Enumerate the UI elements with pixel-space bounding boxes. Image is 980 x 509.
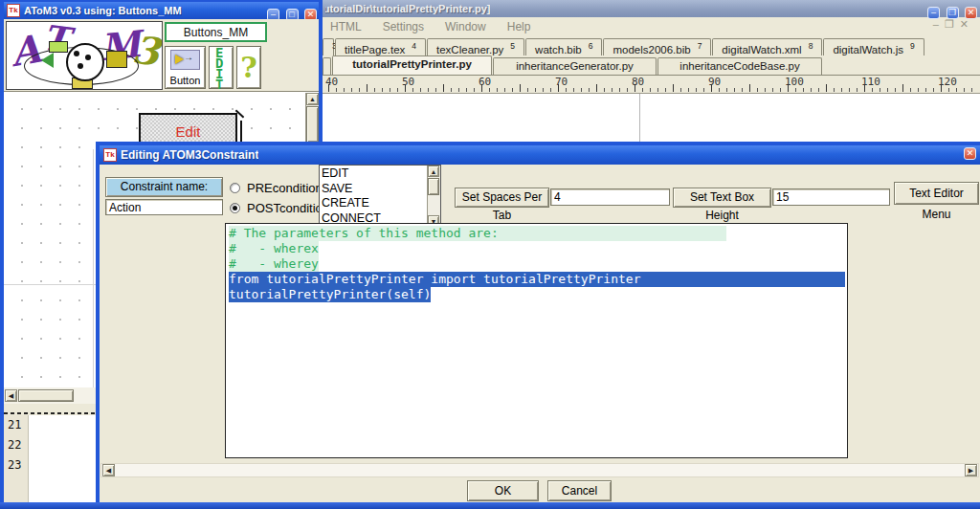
tab-watch-bib[interactable]: watch.bib6	[525, 38, 602, 55]
listbox-scrollbar[interactable]: ▲ ▼	[427, 166, 440, 227]
scrollbar-thumb[interactable]	[18, 389, 74, 402]
set-spaces-per-tab-button[interactable]: Set Spaces Per Tab	[455, 188, 549, 208]
ruler-major-ticks	[328, 84, 975, 92]
menu-settings[interactable]: Settings	[383, 20, 424, 33]
editor-title: tutorialDir\tutorialPrettyPrinter.py]	[325, 3, 490, 14]
text-console[interactable]: 21 22 23	[4, 415, 96, 502]
tab-partial[interactable]: 3	[323, 38, 334, 55]
tk-icon: Tk	[7, 4, 20, 17]
tab-row-1: 3 titlePage.tex4 texCleaner.py5 watch.bi…	[323, 36, 980, 55]
right-margin-line	[639, 94, 640, 146]
atom3-logo: A T M 3	[6, 21, 163, 90]
code-line: # - wherey	[229, 256, 847, 272]
tab-row-2: tutorialPrettyPrinter.py inheritanceGene…	[323, 55, 980, 76]
menu-html[interactable]: HTML	[330, 20, 362, 33]
screen: tutorialDir\tutorialPrettyPrinter.py] – …	[0, 0, 980, 509]
column-ruler: 40 50 60 70 80 90 100 110 120	[323, 76, 980, 93]
mdi-window-controls[interactable]: –❐✕	[933, 18, 974, 31]
menu-help[interactable]: Help	[507, 20, 531, 33]
atom3-toolbar: A T M 3 Buttons_MM	[4, 19, 319, 91]
menu-window[interactable]: Window	[445, 20, 486, 33]
tab-tutorialprettyprinter-py[interactable]: tutorialPrettyPrinter.py	[332, 55, 492, 75]
editor-titlebar: tutorialDir\tutorialPrettyPrinter.py]	[323, 0, 980, 17]
scroll-up-icon[interactable]: ▲	[306, 93, 319, 105]
set-text-box-height-button[interactable]: Set Text Box Height	[673, 188, 771, 208]
line-number: 23	[4, 455, 28, 476]
tab-digitalwatch-js[interactable]: digitalWatch.js9	[823, 38, 924, 55]
tab-models2006-bib[interactable]: models2006.bib7	[603, 38, 711, 55]
scroll-up-icon[interactable]: ▲	[428, 166, 439, 177]
spaces-per-tab-input[interactable]: 4	[550, 188, 670, 206]
constraint-dialog: Tk Editing ATOM3Constraint ✕ Constraint …	[96, 142, 980, 502]
text-box-height-input[interactable]: 15	[772, 188, 890, 206]
radio-selected-icon[interactable]	[230, 203, 240, 213]
event-list: EDIT SAVE CREATE CONNECT	[322, 166, 425, 226]
logo-square-green	[49, 41, 68, 53]
tk-icon: Tk	[103, 148, 117, 162]
logo-circle	[66, 43, 104, 81]
editor-menubar: HTML Settings Window Help	[323, 17, 980, 35]
scroll-left-icon[interactable]: ◀	[5, 389, 17, 402]
text-editor-menu-button[interactable]: Text Editor Menu	[894, 182, 979, 205]
atom3-title: AToM3 v0.3 using: Buttons_MM	[24, 5, 182, 16]
line-number-gutter: 21 22 23	[4, 415, 29, 502]
constraint-code-editor[interactable]: # The parameters of this method are: # -…	[225, 223, 848, 458]
cancel-button[interactable]: Cancel	[547, 480, 612, 501]
dialog-titlebar: Tk Editing ATOM3Constraint ✕	[100, 145, 980, 165]
dashed-separator	[4, 412, 96, 414]
scrollbar-thumb[interactable]	[428, 178, 439, 195]
window-bottom-border	[0, 502, 980, 509]
postcondition-radio[interactable]: POSTcondition	[230, 201, 329, 215]
tab-titlepage-tex[interactable]: titlePage.tex4	[335, 38, 426, 55]
code-line-selected: from tutorialPrettyPrinter import tutori…	[229, 272, 847, 287]
button-tool-button[interactable]: → Button	[165, 46, 206, 89]
canvas-line-vertical	[93, 149, 94, 388]
canvas-horizontal-scrollbar[interactable]: ◀	[4, 387, 96, 404]
ok-button[interactable]: OK	[467, 480, 539, 501]
scroll-right-icon[interactable]: ▶	[965, 464, 977, 476]
radio-icon[interactable]	[230, 183, 240, 193]
line-number: 21	[4, 415, 28, 435]
list-item-create[interactable]: CREATE	[322, 196, 425, 211]
constraint-name-input[interactable]: Action	[105, 199, 223, 215]
code-line-selected: tutorialPrettyPrinter(self)	[229, 287, 847, 302]
scrollbar-thumb[interactable]	[306, 106, 319, 143]
tab-partial-2[interactable]	[323, 57, 331, 75]
dialog-title: Editing ATOM3Constraint	[121, 148, 258, 162]
help-button[interactable]: ?	[236, 46, 261, 89]
code-line: # The parameters of this method are:	[229, 226, 847, 241]
model-name-box: Buttons_MM	[165, 22, 267, 42]
logo-triangle-icon	[41, 53, 54, 68]
list-item-save[interactable]: SAVE	[322, 182, 425, 197]
canvas-line-horizontal	[4, 284, 96, 285]
dialog-horizontal-scrollbar[interactable]: ◀ ▶	[100, 463, 979, 477]
scroll-left-icon[interactable]: ◀	[102, 464, 115, 476]
code-line: # - wherex	[229, 241, 847, 256]
constraint-name-button[interactable]: Constraint name:	[105, 177, 223, 197]
editor-text-area[interactable]	[323, 93, 980, 146]
close-icon[interactable]: ✕	[964, 147, 976, 160]
constraint-dialog-body: Tk Editing ATOM3Constraint ✕ Constraint …	[100, 145, 980, 502]
button-tool-icon: →	[170, 50, 200, 70]
tab-digitalwatch-xml[interactable]: digitalWatch.xml8	[712, 38, 822, 55]
list-item-edit[interactable]: EDIT	[322, 166, 425, 182]
edit-tool-button[interactable]: EDIT	[209, 46, 234, 89]
tab-inheritancegenerator-py[interactable]: inheritanceGenerator.py	[493, 57, 657, 75]
arrow-icon: →	[184, 52, 193, 62]
precondition-radio[interactable]: PREcondition	[230, 181, 323, 195]
line-number: 22	[4, 435, 28, 455]
tab-inheritancecodebase-py[interactable]: inheritanceCodeBase.py	[657, 57, 822, 75]
tab-texcleaner-py[interactable]: texCleaner.py5	[427, 38, 524, 55]
event-listbox[interactable]: EDIT SAVE CREATE CONNECT ▲ ▼	[319, 165, 441, 228]
logo-square-yellow	[106, 51, 127, 68]
